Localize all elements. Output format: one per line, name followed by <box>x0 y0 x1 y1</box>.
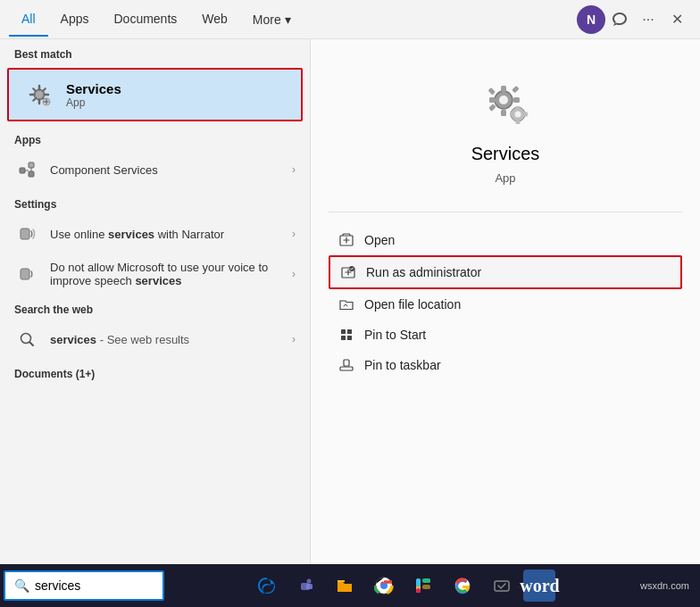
taskbar-chrome[interactable] <box>366 568 402 603</box>
svg-rect-23 <box>524 112 529 117</box>
services-app-icon <box>23 79 55 111</box>
run-as-admin-icon <box>339 265 357 279</box>
web-search-text: services - See web results <box>50 333 281 346</box>
svg-rect-22 <box>510 112 514 117</box>
close-icon[interactable]: ✕ <box>662 5 691 34</box>
taskbar-teams[interactable] <box>288 568 323 603</box>
settings-label: Settings <box>0 189 310 214</box>
svg-rect-30 <box>347 336 352 340</box>
open-file-location-action[interactable]: Open file location <box>329 289 682 320</box>
taskbar-slack[interactable] <box>405 568 441 603</box>
taskbar-app7[interactable] <box>484 568 520 603</box>
svg-point-1 <box>36 91 43 98</box>
svg-rect-14 <box>513 97 520 103</box>
svg-rect-32 <box>344 360 349 366</box>
component-services-arrow: › <box>292 163 296 176</box>
tab-documents[interactable]: Documents <box>101 3 189 37</box>
speech-icon <box>14 262 39 287</box>
svg-point-38 <box>381 583 387 588</box>
pin-to-start-icon <box>338 328 355 342</box>
best-match-item[interactable]: Services App <box>7 68 303 121</box>
apps-section-label: Apps <box>0 125 310 150</box>
tab-apps[interactable]: Apps <box>48 3 102 37</box>
web-section-label: Search the web <box>0 295 310 320</box>
action-list: Open Run as administrator <box>311 221 700 384</box>
tab-all[interactable]: All <box>9 3 48 37</box>
web-search-icon <box>14 327 39 352</box>
right-panel: Services App Open <box>311 39 700 564</box>
web-search-item[interactable]: services - See web results › <box>0 320 310 359</box>
best-match-title: Services <box>66 81 121 96</box>
taskbar-right: wsxdn.com <box>640 580 696 591</box>
svg-rect-35 <box>306 584 312 589</box>
open-file-location-icon <box>338 297 355 312</box>
narrator-label: Use online services with Narrator <box>50 228 281 241</box>
taskbar-edge[interactable] <box>248 568 284 603</box>
svg-rect-15 <box>488 87 495 95</box>
speech-services-item[interactable]: Do not allow Microsoft to use your voice… <box>0 254 310 295</box>
run-as-admin-action[interactable]: Run as administrator <box>329 255 682 289</box>
best-match-label: Best match <box>0 39 310 64</box>
svg-rect-17 <box>488 104 496 111</box>
user-avatar[interactable]: N <box>577 5 605 34</box>
svg-point-44 <box>426 578 430 583</box>
svg-point-10 <box>499 96 508 104</box>
app-preview-icon <box>479 75 532 137</box>
taskbar-word[interactable]: word <box>523 570 555 602</box>
pin-to-start-action[interactable]: Pin to Start <box>329 320 682 350</box>
svg-rect-4 <box>29 162 34 168</box>
taskbar-search-icon: 🔍 <box>14 578 29 593</box>
app-preview: Services App <box>311 39 700 203</box>
pin-to-taskbar-action[interactable]: Pin to taskbar <box>329 350 682 380</box>
pin-to-taskbar-icon <box>338 358 355 372</box>
app-preview-title: Services <box>471 144 540 164</box>
divider <box>329 212 682 212</box>
svg-rect-3 <box>20 168 25 173</box>
more-options-icon[interactable]: ··· <box>634 5 662 34</box>
svg-rect-21 <box>516 121 521 125</box>
svg-rect-20 <box>516 106 521 111</box>
open-action[interactable]: Open <box>329 225 682 255</box>
best-match-text: Services App <box>66 81 121 109</box>
svg-point-34 <box>307 579 312 584</box>
component-services-item[interactable]: Component Services › <box>0 150 310 189</box>
more-button[interactable]: More ▾ <box>240 4 304 36</box>
narrator-arrow: › <box>292 228 296 240</box>
left-panel: Best match Services App Apps <box>0 39 311 564</box>
taskbar-google[interactable] <box>445 568 480 603</box>
svg-rect-7 <box>21 269 29 279</box>
svg-rect-5 <box>29 171 34 177</box>
svg-rect-28 <box>347 329 352 334</box>
svg-rect-11 <box>501 86 506 92</box>
narrator-icon <box>14 221 39 246</box>
taskbar-search[interactable]: 🔍 services <box>4 570 164 601</box>
narrator-services-item[interactable]: Use online services with Narrator › <box>0 214 310 254</box>
svg-rect-27 <box>341 329 346 334</box>
svg-rect-46 <box>495 581 509 591</box>
speech-arrow: › <box>292 268 296 280</box>
svg-rect-42 <box>416 578 421 586</box>
svg-rect-31 <box>340 367 353 370</box>
main-layout: Best match Services App Apps <box>0 39 700 564</box>
svg-rect-6 <box>21 229 29 239</box>
component-services-icon <box>14 157 39 182</box>
best-match-subtitle: App <box>66 96 121 109</box>
open-icon <box>338 233 355 247</box>
svg-rect-16 <box>512 86 519 93</box>
component-services-label: Component Services <box>50 163 281 177</box>
top-nav: All Apps Documents Web More ▾ N ··· ✕ <box>0 0 700 39</box>
svg-rect-12 <box>501 110 506 116</box>
feedback-icon[interactable] <box>605 5 634 34</box>
taskbar-files[interactable] <box>327 568 362 603</box>
app-preview-subtitle: App <box>495 171 515 185</box>
taskbar-search-text: services <box>35 578 80 593</box>
svg-point-43 <box>416 588 421 593</box>
speech-label: Do not allow Microsoft to use your voice… <box>50 261 281 287</box>
chevron-down-icon: ▾ <box>285 12 291 27</box>
web-search-arrow: › <box>292 333 296 345</box>
taskbar: 🔍 services <box>0 564 700 607</box>
tab-web[interactable]: Web <box>189 3 240 37</box>
svg-rect-29 <box>341 336 346 340</box>
docs-label: Documents (1+) <box>0 359 310 384</box>
svg-rect-13 <box>489 97 496 103</box>
